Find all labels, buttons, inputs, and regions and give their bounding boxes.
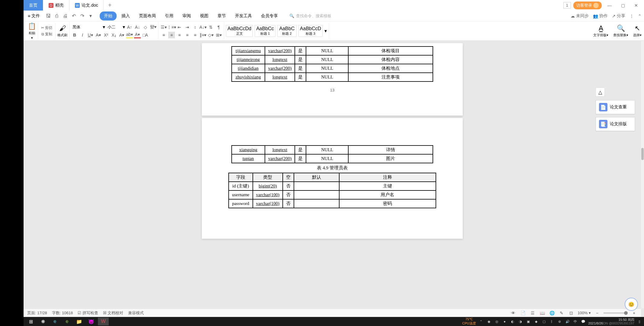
notification-icon[interactable]: 💬 bbox=[581, 319, 586, 324]
zoom-slider[interactable] bbox=[604, 312, 628, 314]
ie-icon[interactable]: e bbox=[50, 318, 60, 325]
clear-format-icon[interactable]: ◇ bbox=[142, 24, 149, 30]
strike-button[interactable]: A̶▾ bbox=[95, 32, 101, 38]
justify-icon[interactable]: ≡ bbox=[184, 32, 191, 38]
print-icon[interactable]: ⎙ bbox=[54, 13, 60, 19]
collab-button[interactable]: 👥 协作 bbox=[593, 13, 608, 19]
style-h3[interactable]: AaBbCcD标题 3 bbox=[298, 25, 323, 37]
align-center-icon[interactable]: ≡ bbox=[168, 32, 175, 38]
text-effect-icon[interactable]: A▾ bbox=[118, 32, 125, 38]
sync-status[interactable]: ☁ 未同步 bbox=[571, 13, 589, 19]
reading-view-icon[interactable]: 📖 bbox=[539, 310, 546, 316]
tray-icon[interactable]: ◉ bbox=[486, 319, 492, 324]
size-select[interactable] bbox=[106, 24, 121, 30]
menu-references[interactable]: 引用 bbox=[161, 11, 178, 21]
page-view-icon[interactable]: 📄 bbox=[520, 310, 526, 316]
undo-icon[interactable]: ↶ bbox=[71, 13, 77, 19]
tray-up-icon[interactable]: ⌃ bbox=[478, 319, 484, 324]
menu-review[interactable]: 审阅 bbox=[178, 11, 195, 21]
italic-button[interactable]: I bbox=[79, 32, 86, 38]
distribute-icon[interactable]: ≡ bbox=[192, 32, 198, 38]
bluetooth-icon[interactable]: ᛒ bbox=[549, 319, 555, 324]
shading-icon[interactable]: ◇▾ bbox=[208, 32, 214, 38]
line-height-icon[interactable]: ‖≡▾ bbox=[200, 32, 206, 38]
decrease-indent-icon[interactable]: ⇤ bbox=[176, 24, 183, 30]
share-button[interactable]: ↗ 分享 bbox=[612, 13, 625, 19]
find-replace-button[interactable]: 🔍查找替换▾ bbox=[613, 24, 628, 37]
dropdown-icon[interactable]: ▾ bbox=[88, 13, 94, 19]
bold-button[interactable]: B bbox=[71, 32, 78, 38]
preview-icon[interactable]: 🖨 bbox=[62, 13, 68, 19]
format-painter-button[interactable]: 🖌格式刷 bbox=[57, 24, 67, 37]
zoom-out-icon[interactable]: − bbox=[594, 310, 601, 316]
select-button[interactable]: ↖选择▾ bbox=[633, 24, 642, 37]
clock[interactable]: 15:50 周四 2021/8/26DN @003295391197 bbox=[588, 318, 634, 325]
volume-icon[interactable]: 🔊 bbox=[565, 319, 570, 324]
style-h1[interactable]: AaBbCc标题 1 bbox=[255, 25, 275, 37]
tray-icon[interactable]: ▢ bbox=[541, 319, 547, 324]
explorer-icon[interactable]: 📁 bbox=[74, 318, 85, 325]
login-button[interactable]: 访客登录 bbox=[573, 2, 602, 9]
assistant-button[interactable]: 😊 bbox=[625, 298, 638, 311]
window-number[interactable]: 1 bbox=[563, 2, 571, 8]
more-icon[interactable]: ⋮ bbox=[630, 14, 634, 18]
task-app-icon[interactable]: ❋ bbox=[37, 318, 48, 325]
collapse-ribbon-icon[interactable]: ⌃ bbox=[638, 14, 642, 18]
proofread-toggle[interactable]: ☒ 文档校对 bbox=[103, 310, 124, 316]
word-count[interactable]: 字数: 10618 bbox=[52, 310, 73, 316]
tray-icon[interactable]: ◎ bbox=[494, 319, 500, 324]
line-spacing-icon[interactable]: ↕ bbox=[192, 24, 198, 30]
action-center-icon[interactable]: ▯ bbox=[637, 319, 642, 324]
font-color-icon[interactable]: A▾ bbox=[134, 32, 141, 38]
close-button[interactable]: ✕ bbox=[631, 1, 642, 10]
tray-icon[interactable]: ▣ bbox=[526, 319, 531, 324]
underline-button[interactable]: U▾ bbox=[87, 32, 94, 38]
styles-more-icon[interactable]: ▾ bbox=[324, 28, 327, 34]
tab-document[interactable]: W论文.doc bbox=[69, 0, 104, 11]
app-icon[interactable]: 😈 bbox=[86, 318, 97, 325]
file-menu[interactable]: ≡ 文件 bbox=[26, 13, 42, 19]
font-select[interactable] bbox=[71, 24, 101, 30]
menu-devtools[interactable]: 开发工具 bbox=[231, 11, 256, 21]
style-body[interactable]: AaBbCcDd正文 bbox=[226, 25, 253, 37]
zoom-level[interactable]: 100% ▾ bbox=[578, 311, 591, 315]
side-toggle-icon[interactable]: △ bbox=[596, 88, 605, 97]
menu-insert[interactable]: 插入 bbox=[117, 11, 134, 21]
document-area[interactable]: tijianxiangmuvarchar(200)是NULL体检项目 tijia… bbox=[24, 41, 641, 317]
char-border-icon[interactable]: □A bbox=[142, 32, 149, 38]
tray-icon[interactable]: ● bbox=[502, 319, 507, 324]
copy-button[interactable]: ⧉ 复制 bbox=[40, 31, 53, 37]
tab-add[interactable]: + bbox=[104, 0, 116, 11]
menu-chapter[interactable]: 章节 bbox=[213, 11, 230, 21]
highlight-icon[interactable]: ab▾ bbox=[126, 32, 133, 38]
border-icon[interactable]: ⊞▾ bbox=[215, 32, 222, 38]
edge-icon[interactable]: e bbox=[62, 318, 72, 325]
tab-home[interactable]: 首页 bbox=[24, 0, 43, 11]
text-direction-icon[interactable]: A↓▾ bbox=[200, 24, 206, 30]
windows-start-icon[interactable]: ⊞ bbox=[25, 318, 36, 325]
show-marks-icon[interactable]: ¶ bbox=[215, 24, 222, 30]
subscript-button[interactable]: X₂ bbox=[111, 32, 117, 38]
scrollbar-thumb[interactable] bbox=[641, 148, 644, 160]
increase-font-icon[interactable]: A↑ bbox=[126, 24, 133, 30]
plagiarism-check-button[interactable]: 📄论文查重 bbox=[596, 100, 635, 114]
search-box[interactable]: 🔍 查找命令、搜索模板 bbox=[289, 13, 331, 19]
tab-dock[interactable]: D稻壳 bbox=[43, 0, 69, 11]
fit-icon[interactable]: ⊡ bbox=[568, 310, 575, 316]
menu-layout[interactable]: 页面布局 bbox=[135, 11, 160, 21]
outline-view-icon[interactable]: ☰ bbox=[529, 310, 536, 316]
style-h2[interactable]: AaBbC标题 2 bbox=[277, 25, 297, 37]
vertical-scrollbar[interactable] bbox=[641, 41, 644, 308]
eye-icon[interactable]: 👁 bbox=[510, 310, 517, 316]
minimize-button[interactable]: — bbox=[604, 1, 615, 10]
spellcheck-toggle[interactable]: ☑ 拼写检查 bbox=[78, 310, 98, 316]
redo-icon[interactable]: ↷ bbox=[79, 13, 85, 19]
sort-icon[interactable]: ⇅ bbox=[208, 24, 214, 30]
save-icon[interactable]: 🖫 bbox=[45, 13, 51, 19]
page-indicator[interactable]: 页面: 17/28 bbox=[27, 310, 47, 316]
cpu-temp[interactable]: 75℃CPU温度 bbox=[462, 317, 476, 326]
paste-button[interactable]: 📋粘贴▾ bbox=[28, 22, 36, 40]
bullet-list-icon[interactable]: ☰▾ bbox=[160, 24, 167, 30]
cut-button[interactable]: ✂ 剪切 bbox=[40, 25, 53, 31]
align-left-icon[interactable]: ≡ bbox=[160, 32, 167, 38]
